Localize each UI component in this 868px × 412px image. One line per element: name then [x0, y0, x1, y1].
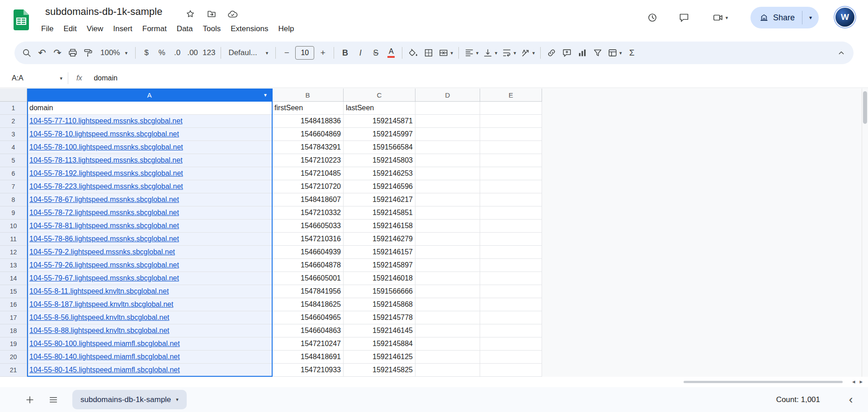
cell-B14[interactable]: 1546605001	[272, 272, 344, 285]
row-header-7[interactable]: 7	[0, 180, 27, 193]
cell-E19[interactable]	[480, 337, 542, 351]
cell-C20[interactable]: 1592146125	[344, 351, 415, 364]
cell-E6[interactable]	[480, 167, 542, 180]
cell-E4[interactable]	[480, 141, 542, 154]
domain-link[interactable]: 104-55-79-2.lightspeed.mssnks.sbcglobal.…	[29, 248, 175, 256]
cell-D4[interactable]	[415, 141, 480, 154]
domain-link[interactable]: 104-55-8-56.lightspeed.knvltn.sbcglobal.…	[29, 314, 170, 322]
cell-A4[interactable]: 104-55-78-100.lightspeed.mssnks.sbcgloba…	[27, 141, 272, 154]
cell-A2[interactable]: 104-55-77-110.lightspeed.mssnks.sbcgloba…	[27, 115, 272, 128]
domain-link[interactable]: 104-55-8-187.lightspeed.knvltn.sbcglobal…	[29, 300, 173, 309]
column-header-D[interactable]: D	[415, 89, 480, 102]
row-header-11[interactable]: 11	[0, 233, 27, 246]
cell-E14[interactable]	[480, 272, 542, 285]
scroll-left-icon[interactable]: ◂	[852, 378, 855, 385]
menu-tools[interactable]: Tools	[198, 21, 226, 36]
cell-D6[interactable]	[415, 167, 480, 180]
redo-button[interactable]: ↷	[50, 44, 65, 61]
column-menu-caret-icon[interactable]: ▼	[263, 93, 268, 98]
domain-link[interactable]: 104-55-78-10.lightspeed.mssnks.sbcglobal…	[29, 130, 179, 138]
column-header-B[interactable]: B	[272, 89, 344, 102]
cell-B16[interactable]: 1548418625	[272, 298, 344, 311]
cell-C18[interactable]: 1592146145	[344, 324, 415, 337]
menu-edit[interactable]: Edit	[58, 21, 81, 36]
increase-font-size-button[interactable]: +	[315, 44, 330, 61]
domain-link[interactable]: 104-55-78-192.lightspeed.mssnks.sbcgloba…	[29, 169, 183, 178]
meet-button[interactable]: ▾	[703, 6, 737, 29]
cell-A17[interactable]: 104-55-8-56.lightspeed.knvltn.sbcglobal.…	[27, 311, 272, 324]
cell-A14[interactable]: 104-55-79-67.lightspeed.mssnks.sbcglobal…	[27, 272, 272, 285]
cell-E20[interactable]	[480, 351, 542, 364]
strikethrough-button[interactable]: S	[368, 44, 383, 61]
cell-A7[interactable]: 104-55-78-223.lightspeed.mssnks.sbcgloba…	[27, 180, 272, 193]
horizontal-align-button[interactable]: ▾	[462, 44, 481, 61]
cell-C13[interactable]: 1592145897	[344, 259, 415, 272]
name-box[interactable]: A:A ▾	[0, 74, 68, 82]
cell-C11[interactable]: 1592146279	[344, 233, 415, 246]
cell-E2[interactable]	[480, 115, 542, 128]
row-header-16[interactable]: 16	[0, 298, 27, 311]
cell-C21[interactable]: 1592145825	[344, 364, 415, 377]
merge-cells-button[interactable]: ▾	[436, 44, 455, 61]
cell-A18[interactable]: 104-55-8-88.lightspeed.knvltn.sbcglobal.…	[27, 324, 272, 337]
row-header-12[interactable]: 12	[0, 246, 27, 259]
domain-link[interactable]: 104-55-78-100.lightspeed.mssnks.sbcgloba…	[29, 143, 183, 151]
cell-D21[interactable]	[415, 364, 480, 377]
row-header-19[interactable]: 19	[0, 337, 27, 351]
row-header-5[interactable]: 5	[0, 154, 27, 167]
cell-D7[interactable]	[415, 180, 480, 193]
font-select[interactable]: Defaul... ▾	[224, 44, 272, 61]
move-folder-button[interactable]	[205, 7, 218, 21]
all-sheets-button[interactable]	[43, 390, 63, 410]
cell-C6[interactable]: 1592146253	[344, 167, 415, 180]
column-header-C[interactable]: C	[344, 89, 415, 102]
text-rotation-button[interactable]: ▾	[519, 44, 538, 61]
domain-link[interactable]: 104-55-78-223.lightspeed.mssnks.sbcgloba…	[29, 183, 183, 191]
vertical-scrollbar-thumb[interactable]	[863, 91, 867, 124]
insert-link-button[interactable]	[544, 44, 559, 61]
cell-D1[interactable]	[415, 102, 480, 115]
fill-color-button[interactable]	[406, 44, 421, 61]
text-color-button[interactable]: A	[383, 44, 399, 61]
cell-D15[interactable]	[415, 285, 480, 298]
menu-format[interactable]: Format	[137, 21, 172, 36]
cell-D12[interactable]	[415, 246, 480, 259]
print-button[interactable]	[65, 44, 80, 61]
cell-A1[interactable]: domain	[27, 102, 272, 115]
cell-B12[interactable]: 1546604939	[272, 246, 344, 259]
domain-link[interactable]: 104-55-8-88.lightspeed.knvltn.sbcglobal.…	[29, 327, 170, 335]
row-header-1[interactable]: 1	[0, 102, 27, 115]
cell-E7[interactable]	[480, 180, 542, 193]
count-badge[interactable]: Count: 1,001	[776, 395, 820, 404]
avatar[interactable]: W	[835, 8, 854, 27]
vertical-scrollbar[interactable]	[862, 89, 868, 377]
cell-E5[interactable]	[480, 154, 542, 167]
cell-A19[interactable]: 104-55-80-100.lightspeed.miamfl.sbcgloba…	[27, 337, 272, 351]
create-filter-button[interactable]	[590, 44, 605, 61]
row-header-3[interactable]: 3	[0, 128, 27, 141]
cell-B11[interactable]: 1547210316	[272, 233, 344, 246]
menu-insert[interactable]: Insert	[108, 21, 137, 36]
cell-E12[interactable]	[480, 246, 542, 259]
domain-link[interactable]: 104-55-78-113.lightspeed.mssnks.sbcgloba…	[29, 156, 183, 164]
share-button-main[interactable]: Share	[750, 7, 802, 28]
doc-title[interactable]: subdomains-db-1k-sample	[45, 6, 162, 18]
menu-view[interactable]: View	[82, 21, 108, 36]
cell-C15[interactable]: 1591566666	[344, 285, 415, 298]
cell-C1[interactable]: lastSeen	[344, 102, 415, 115]
cell-C19[interactable]: 1592145884	[344, 337, 415, 351]
cell-A11[interactable]: 104-55-78-86.lightspeed.mssnks.sbcglobal…	[27, 233, 272, 246]
horizontal-scrollbar[interactable]: ◂ ▸	[0, 377, 868, 387]
cell-A3[interactable]: 104-55-78-10.lightspeed.mssnks.sbcglobal…	[27, 128, 272, 141]
currency-format-button[interactable]: $	[139, 44, 154, 61]
row-header-2[interactable]: 2	[0, 115, 27, 128]
cell-D18[interactable]	[415, 324, 480, 337]
cell-C2[interactable]: 1592145871	[344, 115, 415, 128]
cell-A6[interactable]: 104-55-78-192.lightspeed.mssnks.sbcgloba…	[27, 167, 272, 180]
text-wrap-button[interactable]: ▾	[500, 44, 519, 61]
cell-D19[interactable]	[415, 337, 480, 351]
cell-C4[interactable]: 1591566584	[344, 141, 415, 154]
cell-C12[interactable]: 1592146157	[344, 246, 415, 259]
domain-link[interactable]: 104-55-78-72.lightspeed.mssnks.sbcglobal…	[29, 209, 179, 217]
cell-C9[interactable]: 1592145851	[344, 206, 415, 220]
